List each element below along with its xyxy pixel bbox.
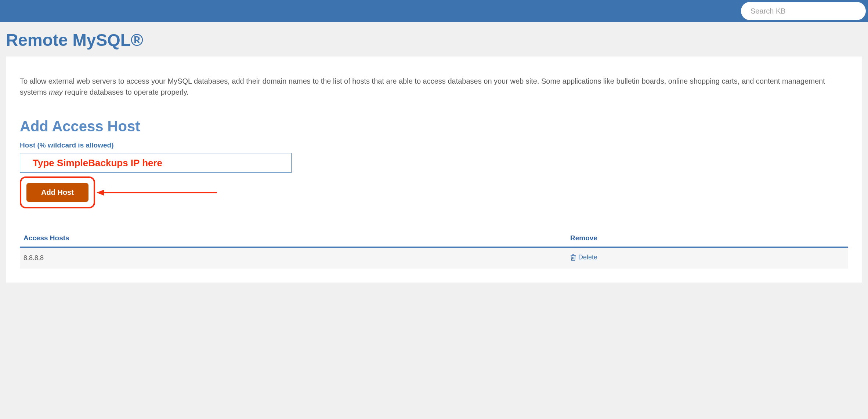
- trash-icon: [570, 254, 576, 261]
- svg-marker-1: [97, 190, 104, 196]
- table-row: 8.8.8.8 Delete: [20, 247, 848, 269]
- delete-link[interactable]: Delete: [570, 254, 597, 261]
- table-header-remove[interactable]: Remove: [567, 230, 848, 247]
- description-emph: may: [49, 88, 63, 96]
- content-panel: To allow external web servers to access …: [6, 57, 862, 283]
- description-part2: require databases to operate properly.: [63, 88, 189, 96]
- add-host-button[interactable]: Add Host: [26, 183, 88, 202]
- page-title: Remote MySQL®: [0, 22, 868, 57]
- search-input[interactable]: [741, 2, 866, 20]
- delete-label: Delete: [578, 254, 597, 261]
- host-cell: 8.8.8.8: [20, 247, 567, 269]
- host-input-label: Host (% wildcard is allowed): [20, 141, 848, 149]
- annotation-highlight: Add Host: [20, 176, 95, 208]
- top-bar: [0, 0, 868, 22]
- host-input[interactable]: [20, 153, 292, 173]
- annotation-arrow-icon: [96, 189, 221, 196]
- access-hosts-table: Access Hosts Remove 8.8.8.8: [20, 230, 848, 269]
- description-text: To allow external web servers to access …: [20, 76, 848, 98]
- table-header-access-hosts[interactable]: Access Hosts: [20, 230, 567, 247]
- add-access-host-heading: Add Access Host: [20, 118, 848, 135]
